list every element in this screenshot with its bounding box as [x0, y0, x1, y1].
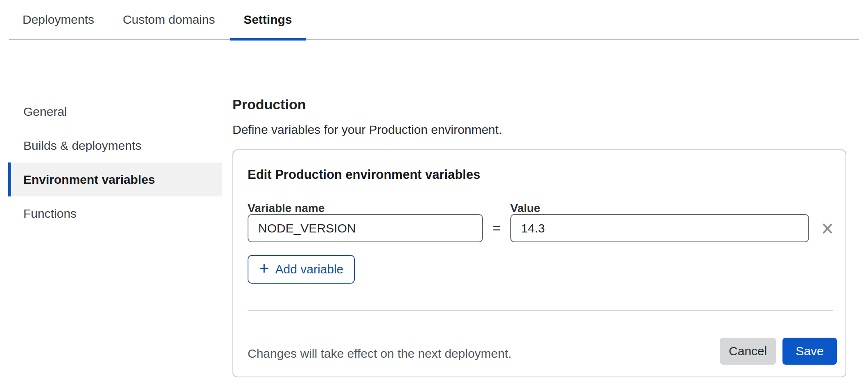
settings-sidebar: General Builds & deployments Environment…: [8, 95, 222, 230]
value-label: Value: [510, 202, 540, 215]
remove-variable-button[interactable]: ×: [814, 214, 841, 242]
cancel-button[interactable]: Cancel: [720, 338, 776, 365]
tab-bar: Deployments Custom domains Settings: [9, 0, 859, 40]
sidebar-item-environment-variables[interactable]: Environment variables: [8, 162, 222, 196]
variable-name-input[interactable]: [248, 214, 483, 242]
page-title: Production: [232, 97, 306, 113]
tab-deployments[interactable]: Deployments: [9, 0, 108, 39]
tab-custom-domains[interactable]: Custom domains: [109, 0, 228, 39]
card-divider: [248, 310, 833, 311]
sidebar-item-general[interactable]: General: [8, 95, 222, 129]
save-button[interactable]: Save: [782, 338, 837, 365]
deployment-note: Changes will take effect on the next dep…: [248, 347, 512, 361]
plus-icon: +: [259, 260, 269, 277]
sidebar-item-functions[interactable]: Functions: [8, 196, 222, 230]
add-variable-label: Add variable: [275, 262, 344, 276]
variable-value-input[interactable]: [510, 214, 809, 242]
environment-variables-card: Edit Production environment variables Va…: [232, 149, 846, 377]
close-icon: ×: [821, 217, 834, 239]
sidebar-item-builds-deployments[interactable]: Builds & deployments: [8, 129, 222, 162]
add-variable-button[interactable]: + Add variable: [248, 255, 355, 284]
tab-settings[interactable]: Settings: [230, 0, 305, 39]
card-title: Edit Production environment variables: [248, 167, 480, 182]
equals-sign: =: [484, 214, 510, 242]
variable-name-label: Variable name: [248, 202, 325, 215]
page-description: Define variables for your Production env…: [232, 123, 502, 137]
